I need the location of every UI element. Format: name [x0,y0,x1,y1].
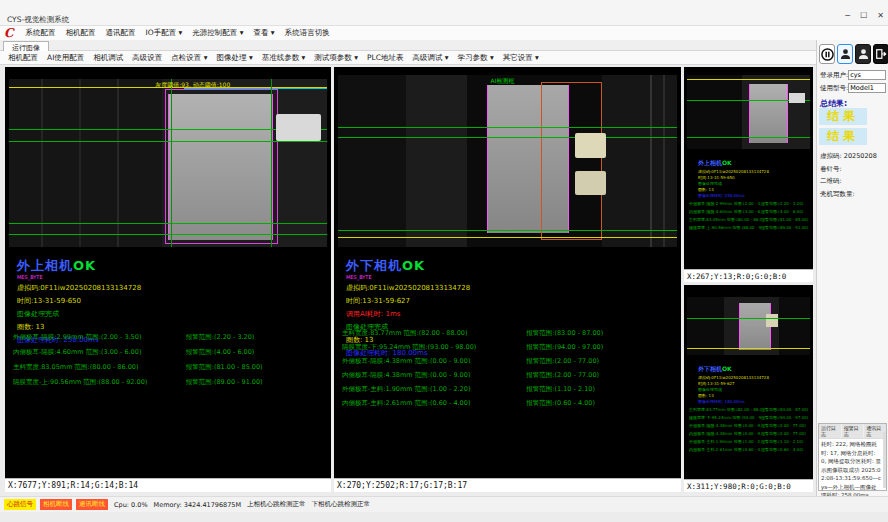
alarm-range: 报警范围:(94.00 - 97.00) [761,415,809,420]
machine-slat [663,75,665,247]
measurement-row: 内侧极耳-隔膜:4.38mm 范围:(0.00 - 9.00)报警范围:(2.0… [689,431,809,436]
tool-baseline-params[interactable]: 基准线参数 ▾ [262,53,306,63]
lower-camera-heartbeat: 下相机心跳检测正常 [312,500,371,509]
menu-language-switch[interactable]: 系统语言切换 [285,28,330,38]
measure-line-green [338,137,677,138]
measure-text: 外侧极耳-隔膜:2.99mm 范围:(2.00 - 3.50) [689,201,761,206]
result-display-1: 结果 [819,108,867,125]
roi-outline-magenta [165,89,278,244]
measurement-row: 主料宽度:83.05mm 范围:(80.00 - 86.00)报警范围:(81.… [689,217,809,222]
menu-light-config[interactable]: 光源控制配置 ▾ [192,28,243,38]
tool-plc-address[interactable]: PLC地址表 [367,53,403,63]
tool-spot-check[interactable]: 点检设置 ▾ [171,53,207,63]
measurement-row: 隔膜宽度-上:90.56mm 范围:(88.00 - 92.00)报警范围:(8… [13,378,327,387]
alarm-range: 报警范围:(4.00 - 6.00) [761,209,809,214]
camera2-thumbnail-panel: 外下相机OK 虚拟码:0F11iw20250208133134728 时间:13… [684,285,813,492]
tool-ai-config[interactable]: AI使用配置 [47,53,84,63]
camera2-image[interactable]: AI检测框 [338,75,677,247]
measure-line-green [687,137,810,138]
tool-learning-params[interactable]: 学习参数 ▾ [458,53,494,63]
measurement-row: 外侧极耳-隔膜:2.99mm 范围:(2.00 - 3.50)报警范围:(2.2… [13,333,327,342]
alarm-range: 报警范围:(2.20 - 3.20) [186,333,327,342]
tab-connector-blob [276,114,321,141]
alarm-range: 报警范围:(2.00 - 77.00) [761,431,809,436]
measure-line-green [9,223,327,224]
camera2-measurements: 主料宽度:83.77mm 范围:(82.00 - 88.00)报警范围:(83.… [342,329,677,413]
menu-comm-config[interactable]: 通讯配置 [106,28,136,38]
tool-camera-debug[interactable]: 相机调试 [93,53,123,63]
measurement-row: 外侧极耳-主料:1.90mm 范围:(1.00 - 2.20)报警范围:(1.1… [342,385,677,394]
alarm-range: 报警范围:(81.00 - 85.00) [761,217,809,222]
alarm-range: 报警范围:(89.00 - 91.00) [761,225,809,230]
login-user-button[interactable] [837,44,853,64]
camera-title: 外下相机 [698,365,722,372]
login-user-label: 登录用户: [820,71,848,80]
menu-io-config[interactable]: IO手配置 ▾ [146,28,183,38]
tool-image-processing[interactable]: 图像处理 ▾ [217,53,253,63]
alarm-range: 报警范围:(1.10 - 2.10) [526,385,677,394]
log-tab-alarm[interactable]: 报警日志 [842,424,864,438]
alarm-range: 报警范围:(94.00 - 97.00) [526,343,677,352]
camera1-thumbnail-panel: 外上相机OK 虚拟码:0F11iw20250208133134728 时间:13… [684,67,813,282]
tool-advanced-debug[interactable]: 高级调试 ▾ [412,53,448,63]
measurement-row: 外侧极耳-隔膜:4.38mm 范围:(0.00 - 9.00)报警范围:(2.0… [689,423,809,428]
log-scrollbar[interactable] [883,432,886,488]
alarm-range: 报警范围:(0.60 - 4.00) [526,399,677,408]
log-text: 耗时: 222, 网络检圈耗时: 17, 网络分息耗时: 0, 网络提取分区耗时… [819,439,886,501]
alarm-range: 报警范围:(1.10 - 2.10) [761,439,809,444]
heartbeat-badge: 心跳信号 [4,499,36,510]
tab-run-image[interactable]: 运行图像 [3,41,49,51]
camera2-title: 外下相机 [346,258,402,273]
measure-text: 主料宽度:83.05mm 范围:(80.00 - 86.00) [689,217,761,222]
bright-spot [766,314,778,327]
barcode: 虚拟码:0F11iw20250208133134728 [698,169,769,174]
pause-button[interactable] [819,44,835,64]
operator-user-button[interactable] [855,44,871,64]
measure-text: 隔膜宽度-上:90.56mm 范围:(88.00 - 92.00) [13,378,186,387]
measure-text: 主料宽度:83.05mm 范围:(80.00 - 86.00) [13,363,186,372]
alarm-range: 报警范围:(2.00 - 77.00) [526,357,677,366]
measure-vline-green [271,79,272,247]
machine-band-dark [9,79,162,247]
camera2-thumbnail-info: 外下相机OK 虚拟码:0F11iw20250208133134728 时间:13… [698,365,769,404]
camera2-cursor-readout: X:270;Y:2502;R:17;G:17;B:17 [334,478,681,492]
statusbar: 心跳信号 相机断线 通讯断线 Cpu: 0.0% Memory: 3424.41… [0,496,888,512]
tool-advanced-settings[interactable]: 高级设置 [132,53,162,63]
alarm-range: 报警范围:(83.00 - 87.00) [526,329,677,338]
menu-view[interactable]: 查看 ▾ [253,28,274,38]
measure-line-green [687,318,810,319]
menu-system-config[interactable]: 系统配置 [26,28,56,38]
machine-slat [41,79,43,247]
camera1-info: 外上相机OK MES_BYTE 虚拟码:0F11iw20250208133134… [17,257,141,345]
camera-status: OK [722,365,732,372]
machine-band-dark [602,75,677,247]
pause-icon [821,48,834,61]
cell-rect [749,84,788,143]
model-input[interactable] [848,83,886,93]
measurement-row: 内侧极耳-隔膜:4.60mm 范围:(3.00 - 6.00)报警范围:(4.0… [13,348,327,357]
measure-text: 主料宽度:83.77mm 范围:(82.00 - 88.00) [689,407,761,412]
measurement-row: 内侧极耳-主料:2.61mm 范围:(0.60 - 4.00)报警范围:(0.6… [689,447,809,452]
virtual-code-row: 虚拟码: 20250208 [820,152,877,161]
measure-text: 隔膜宽度-下:95.24mm 范围:(93.00 - 98.00) [689,415,761,420]
tool-test-params[interactable]: 测试项参数 ▾ [314,53,358,63]
camera1-thumbnail-measurements: 外侧极耳-隔膜:2.99mm 范围:(2.00 - 3.50)报警范围:(2.2… [689,201,809,233]
exit-button[interactable] [873,44,888,64]
measurement-row: 外侧极耳-隔膜:2.99mm 范围:(2.00 - 3.50)报警范围:(2.2… [689,201,809,206]
baseline-yellow-line [687,348,810,349]
tool-camera-config[interactable]: 相机配置 [8,53,38,63]
camera2-thumbnail-image[interactable] [687,297,810,355]
camera1-panel: 灰度阈值:93, 动态阈值:100 外上相机OK MES_BYTE 虚拟码:0F… [5,67,331,492]
camera1-image[interactable]: 灰度阈值:93, 动态阈值:100 [9,79,327,247]
log-tabs: 运行日志 报警日志 通讯日志 [819,424,886,439]
upper-camera-heartbeat: 上相机心跳检测正常 [247,500,306,509]
log-tab-run[interactable]: 运行日志 [819,424,841,438]
login-user-input[interactable] [848,70,886,80]
maximize-button[interactable]: ☐ [860,11,867,21]
tool-other-settings[interactable]: 其它设置 ▾ [503,53,539,63]
camera1-thumbnail-image[interactable] [687,75,810,149]
camera1-round: 圈数: 13 [17,322,141,332]
close-button[interactable]: ✕ [877,11,884,21]
menu-camera-config[interactable]: 相机配置 [66,28,96,38]
minimize-button[interactable]: ─ [845,11,850,21]
